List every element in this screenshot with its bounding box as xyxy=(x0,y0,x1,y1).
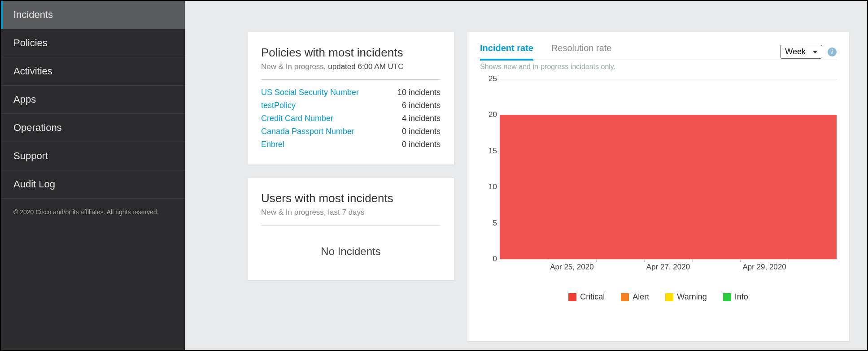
x-tick xyxy=(644,259,645,262)
x-tick xyxy=(740,259,741,262)
legend-label: Info xyxy=(735,292,748,302)
policies-title: Policies with most incidents xyxy=(261,46,441,60)
policies-sub-prefix: New & In progress xyxy=(261,62,324,71)
info-icon[interactable]: i xyxy=(828,48,837,56)
chart-card: Incident rateResolution rate Week i Show… xyxy=(467,32,849,341)
legend-swatch xyxy=(665,293,673,301)
chart-tabs: Incident rateResolution rate xyxy=(480,43,611,61)
bar xyxy=(548,115,596,259)
chart-note: Shows new and in-progress incidents only… xyxy=(480,60,837,71)
sidebar-item-audit-log[interactable]: Audit Log xyxy=(1,170,185,199)
tab-incident-rate[interactable]: Incident rate xyxy=(480,43,533,61)
bar xyxy=(740,115,788,259)
sidebar: IncidentsPoliciesActivitiesAppsOperation… xyxy=(1,1,185,350)
users-card: Users with most incidents New & In progr… xyxy=(248,178,454,280)
legend-swatch xyxy=(621,293,629,301)
sidebar-item-incidents[interactable]: Incidents xyxy=(1,1,185,29)
tab-resolution-rate[interactable]: Resolution rate xyxy=(551,43,612,61)
policies-sub-suffix: , updated 6:00 AM UTC xyxy=(324,62,404,71)
policy-count: 6 incidents xyxy=(402,101,441,110)
chart-area: 0510152025Apr 25, 2020Apr 27, 2020Apr 29… xyxy=(480,74,837,272)
bar xyxy=(500,115,548,259)
legend-label: Critical xyxy=(580,292,605,302)
policy-row: Canada Passport Number0 incidents xyxy=(261,125,441,138)
content: Policies with most incidents New & In pr… xyxy=(185,1,867,350)
policy-link[interactable]: Enbrel xyxy=(261,140,284,149)
x-tick xyxy=(692,259,693,262)
policy-row: US Social Security Number10 incidents xyxy=(261,86,441,99)
period-select[interactable]: Week xyxy=(780,45,822,59)
legend-swatch xyxy=(568,293,576,301)
bar xyxy=(644,115,692,259)
policy-link[interactable]: US Social Security Number xyxy=(261,88,359,97)
y-tick-label: 20 xyxy=(482,110,497,119)
users-subtitle: New & In progress, last 7 days xyxy=(261,208,441,217)
policy-count: 4 incidents xyxy=(402,114,441,123)
policy-link[interactable]: Credit Card Number xyxy=(261,114,333,123)
policy-link[interactable]: testPolicy xyxy=(261,101,296,110)
policy-count: 0 incidents xyxy=(402,140,441,149)
y-tick-label: 5 xyxy=(482,219,497,228)
no-incidents-label: No Incidents xyxy=(261,232,441,267)
y-tick-label: 25 xyxy=(482,74,497,83)
grid-line xyxy=(500,79,837,79)
policies-subtitle: New & In progress, updated 6:00 AM UTC xyxy=(261,62,441,71)
legend-item-critical: Critical xyxy=(568,292,605,302)
bar xyxy=(596,115,644,259)
y-tick-label: 15 xyxy=(482,147,497,156)
copyright: © 2020 Cisco and/or its affiliates. All … xyxy=(1,199,185,225)
sidebar-item-apps[interactable]: Apps xyxy=(1,86,185,114)
policy-row: testPolicy6 incidents xyxy=(261,99,441,112)
sidebar-item-support[interactable]: Support xyxy=(1,142,185,170)
x-tick xyxy=(789,259,789,262)
bar xyxy=(692,115,740,259)
legend-item-info: Info xyxy=(723,292,748,302)
y-tick-label: 10 xyxy=(482,182,497,191)
legend-swatch xyxy=(723,293,731,301)
x-tick-label: Apr 27, 2020 xyxy=(646,263,690,272)
x-tick xyxy=(596,259,597,262)
policy-count: 10 incidents xyxy=(397,88,441,97)
policy-link[interactable]: Canada Passport Number xyxy=(261,127,354,136)
users-title: Users with most incidents xyxy=(261,191,441,205)
policy-count: 0 incidents xyxy=(402,127,441,136)
x-tick-label: Apr 25, 2020 xyxy=(550,263,593,272)
period-value: Week xyxy=(785,47,806,56)
sidebar-item-operations[interactable]: Operations xyxy=(1,114,185,142)
legend-item-warning: Warning xyxy=(665,292,707,302)
policy-row: Enbrel0 incidents xyxy=(261,138,441,151)
sidebar-item-policies[interactable]: Policies xyxy=(1,29,185,57)
legend-label: Alert xyxy=(632,292,649,302)
sidebar-item-activities[interactable]: Activities xyxy=(1,57,185,86)
legend-item-alert: Alert xyxy=(621,292,649,302)
bar xyxy=(789,115,837,259)
x-tick xyxy=(548,259,548,262)
policies-card: Policies with most incidents New & In pr… xyxy=(248,32,454,165)
y-tick-label: 0 xyxy=(482,255,497,264)
x-tick-label: Apr 29, 2020 xyxy=(742,263,786,272)
grid-line xyxy=(500,259,837,260)
legend: CriticalAlertWarningInfo xyxy=(480,292,837,302)
policy-row: Credit Card Number4 incidents xyxy=(261,112,441,125)
legend-label: Warning xyxy=(677,292,707,302)
